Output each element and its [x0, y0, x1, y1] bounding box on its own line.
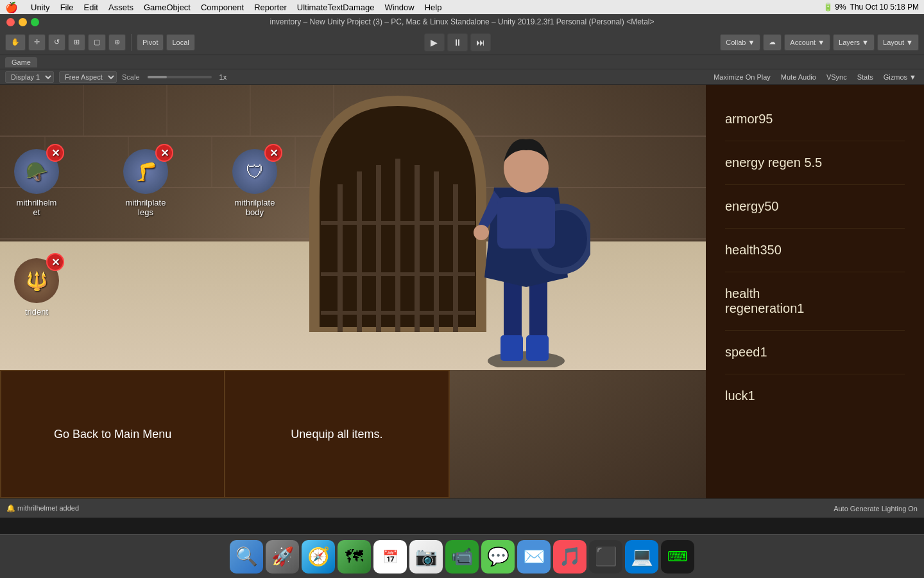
game-tabbar: Game — [0, 55, 924, 69]
menubar-component[interactable]: Component — [196, 0, 249, 14]
menubar-right: 🔋 9% Thu Oct 10 5:18 PM — [823, 3, 919, 12]
stats-btn[interactable]: Stats — [855, 73, 876, 81]
go-back-button[interactable]: Go Back to Main Menu — [0, 370, 225, 498]
trident-label: trident — [25, 307, 48, 317]
gizmos-btn[interactable]: Gizmos ▼ — [881, 73, 919, 81]
menubar-file[interactable]: File — [55, 0, 79, 14]
pivot-label: Pivot — [142, 39, 158, 46]
dock-maps[interactable]: 🗺 — [338, 540, 371, 574]
dock-calendar[interactable]: 📅 — [373, 540, 407, 574]
menubar: 🍎 Unity File Edit Assets GameObject Comp… — [0, 0, 924, 14]
window-controls — [6, 18, 39, 26]
button-spacer — [450, 370, 706, 498]
toolbar-right: Collab ▼ ☁ Account ▼ Layers ▼ Layout ▼ — [720, 34, 919, 51]
maximize-button[interactable] — [31, 18, 39, 26]
local-button[interactable]: Local — [166, 34, 194, 51]
mithrilhelmet-label: mithrilhelmet — [17, 198, 57, 217]
aspect-select[interactable]: Free Aspect — [59, 71, 117, 83]
dock-vscode[interactable]: 💻 — [625, 540, 658, 574]
mithrilplatelegs-glyph: 🦵 — [135, 161, 157, 182]
dock-music[interactable]: 🎵 — [553, 540, 586, 574]
mithrilhelmet-glyph: 🪖 — [26, 161, 48, 182]
inventory-item-mithrilplatelegs[interactable]: 🦵 ✕ mithrilplatelegs — [123, 149, 168, 217]
local-label: Local — [172, 39, 189, 46]
stat-health350: health350 — [725, 229, 905, 272]
step-button[interactable]: ⏭ — [470, 33, 491, 51]
minimize-button[interactable] — [19, 18, 27, 26]
status-message: 🔔 mithrilhelmet added — [6, 504, 79, 512]
close-button[interactable] — [6, 18, 15, 26]
status-right: Auto Generate Lighting On — [834, 505, 918, 512]
unity-toolbar: ✋ ✛ ↺ ⊞ ▢ ⊕ Pivot Local ▶ ⏸ ⏭ Collab ▼ ☁… — [0, 30, 924, 55]
menubar-assets[interactable]: Assets — [103, 0, 139, 14]
dock-finder[interactable]: 🔍 — [230, 540, 263, 574]
character-figure — [462, 98, 590, 370]
move-tool[interactable]: ✛ — [28, 34, 46, 51]
mute-audio[interactable]: Mute Audio — [778, 73, 819, 81]
account-button[interactable]: Account ▼ — [784, 34, 830, 51]
menubar-help[interactable]: Help — [420, 0, 447, 14]
collab-label: Collab ▼ — [726, 39, 755, 46]
pivot-button[interactable]: Pivot — [137, 34, 164, 51]
cloud-button[interactable]: ☁ — [763, 34, 782, 51]
remove-mithrilplatebody-btn[interactable]: ✕ — [264, 144, 282, 162]
remove-trident-btn[interactable]: ✕ — [46, 253, 64, 271]
game-viewport: 🪖 ✕ mithrilhelmet 🦵 ✕ mithrilplatelegs 🛡… — [0, 85, 706, 498]
scale-label: Scale — [122, 73, 140, 81]
maximize-on-play[interactable]: Maximize On Play — [711, 73, 773, 81]
window-title: inventory – New Unity Project (3) – PC, … — [270, 17, 654, 26]
scale-slider[interactable] — [148, 76, 212, 78]
rect-tool[interactable]: ▢ — [88, 34, 106, 51]
menubar-unity[interactable]: Unity — [26, 0, 55, 14]
dock-mail[interactable]: ✉️ — [517, 540, 551, 574]
pause-button[interactable]: ⏸ — [447, 33, 468, 51]
svg-point-33 — [474, 225, 489, 240]
bottom-buttons: Go Back to Main Menu Unequip all items. — [0, 370, 706, 498]
inventory-item-trident[interactable]: 🔱 ✕ trident — [14, 258, 59, 317]
dock-photos[interactable]: 📷 — [409, 540, 443, 574]
menubar-reporter[interactable]: Reporter — [249, 0, 292, 14]
menubar-gameobject[interactable]: GameObject — [139, 0, 196, 14]
menubar-edit[interactable]: Edit — [79, 0, 103, 14]
stat-health-regen: healthregeneration1 — [725, 272, 905, 331]
menubar-battery: 🔋 9% — [823, 3, 846, 12]
scale-value: 1x — [219, 73, 227, 81]
layout-button[interactable]: Layout ▼ — [877, 34, 919, 51]
stat-luck1: luck1 — [725, 374, 905, 417]
dock-messages[interactable]: 💬 — [481, 540, 515, 574]
stat-speed1: speed1 — [725, 331, 905, 374]
dock-unity[interactable]: ⬛ — [589, 540, 622, 574]
hand-tool[interactable]: ✋ — [5, 34, 26, 51]
scale-tool[interactable]: ⊞ — [68, 34, 85, 51]
stat-energy-regen: energy regen 5.5 — [725, 141, 905, 185]
trident-icon: 🔱 ✕ — [14, 258, 59, 303]
game-tab[interactable]: Game — [5, 57, 37, 67]
remove-mithrilhelmet-btn[interactable]: ✕ — [46, 144, 64, 162]
dock-terminal[interactable]: ⌨ — [661, 540, 694, 574]
vsync-btn[interactable]: VSync — [824, 73, 850, 81]
stat-armor95: armor95 — [725, 98, 905, 141]
transform-tool[interactable]: ⊕ — [108, 34, 126, 51]
status-bar: 🔔 mithrilhelmet added Auto Generate Ligh… — [0, 498, 924, 518]
layout-label: Layout ▼ — [883, 39, 913, 46]
inventory-item-mithrilplatebody[interactable]: 🛡 ✕ mithrilplatebody — [232, 149, 277, 217]
svg-rect-28 — [526, 335, 549, 361]
mithrilplatebody-glyph: 🛡 — [246, 161, 264, 182]
unequip-button[interactable]: Unequip all items. — [225, 370, 449, 498]
rotate-tool[interactable]: ↺ — [48, 34, 65, 51]
menubar-window[interactable]: Window — [379, 0, 419, 14]
main-area: 🪖 ✕ mithrilhelmet 🦵 ✕ mithrilplatelegs 🛡… — [0, 85, 924, 498]
apple-menu[interactable]: 🍎 — [5, 1, 18, 13]
menubar-utd[interactable]: UltimateTextDamage — [292, 0, 380, 14]
play-button[interactable]: ▶ — [424, 33, 445, 51]
layers-button[interactable]: Layers ▼ — [833, 34, 875, 51]
remove-mithrilplatelegs-btn[interactable]: ✕ — [155, 144, 173, 162]
dock-facetime[interactable]: 📹 — [445, 540, 479, 574]
account-label: Account ▼ — [790, 39, 825, 46]
collab-button[interactable]: Collab ▼ — [720, 34, 760, 51]
display-select[interactable]: Display 1 — [5, 71, 54, 83]
inventory-item-mithrilhelmet[interactable]: 🪖 ✕ mithrilhelmet — [14, 149, 59, 217]
dock-safari[interactable]: 🧭 — [302, 540, 335, 574]
dock-launchpad[interactable]: 🚀 — [266, 540, 299, 574]
stat-energy50: energy50 — [725, 185, 905, 229]
